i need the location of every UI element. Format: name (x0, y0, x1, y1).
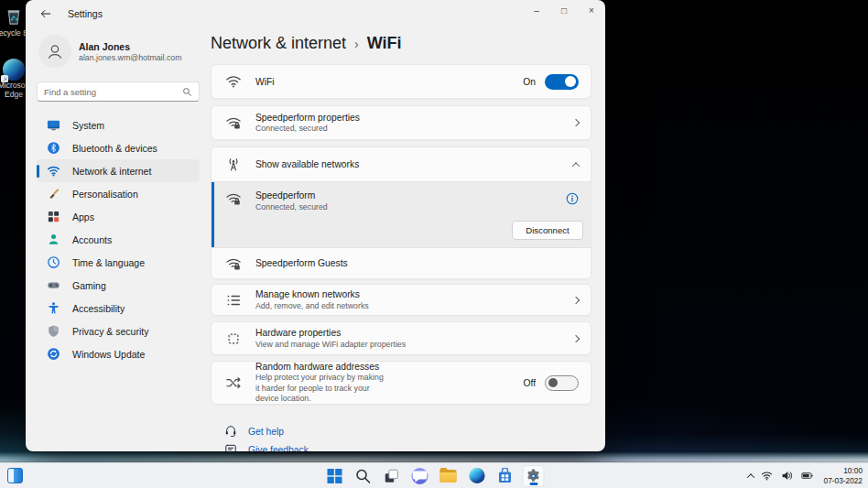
sidebar-item-privacy[interactable]: Privacy & security (37, 320, 200, 342)
sidebar-nav: System Bluetooth & devices Network & int… (37, 114, 200, 365)
system-icon (47, 118, 60, 132)
row-title: Random hardware addresses (255, 362, 389, 372)
shuffle-icon (225, 374, 242, 391)
close-button[interactable]: × (578, 0, 605, 27)
sidebar-item-label: Network & internet (72, 166, 151, 177)
search-box (37, 81, 200, 102)
toggle-state-label: Off (523, 378, 536, 388)
settings-button[interactable] (523, 465, 545, 487)
breadcrumb-parent[interactable]: Network & internet (211, 34, 346, 53)
accessibility-icon (47, 301, 60, 315)
sidebar-item-label: Privacy & security (72, 326, 148, 337)
search-input[interactable] (44, 87, 182, 97)
search-button[interactable] (353, 465, 374, 487)
network-status: Connected, secured (255, 202, 566, 211)
maximize-button[interactable]: □ (550, 0, 578, 27)
connected-network-row[interactable]: Speedperform Connected, secured Disconne… (212, 181, 591, 247)
sidebar-item-windows-update[interactable]: Windows Update (37, 342, 200, 365)
edge-icon: ↗ (3, 59, 25, 81)
sidebar-item-network[interactable]: Network & internet (37, 159, 200, 182)
wifi-lock-icon (225, 190, 242, 207)
store-button[interactable] (494, 465, 516, 487)
guest-network-row[interactable]: Speedperform Guests (212, 247, 591, 278)
task-view-button[interactable] (381, 465, 403, 487)
sidebar-item-system[interactable]: System (37, 114, 200, 136)
clock-icon (47, 255, 60, 269)
chip-icon (225, 331, 242, 347)
profile-card[interactable]: Alan Jones alan.jones.wm@hotmail.com (37, 33, 200, 70)
file-explorer-icon (440, 469, 457, 483)
available-networks-card: Show available networks Speedperform Con… (211, 146, 591, 279)
sidebar-item-accessibility[interactable]: Accessibility (37, 297, 200, 320)
taskbar: 10:00 07-03-2022 (0, 462, 868, 488)
chevron-right-icon (572, 334, 580, 342)
give-feedback-link[interactable]: Give feedback (211, 440, 591, 451)
wifi-toggle[interactable] (545, 74, 579, 90)
row-subtitle: Help protect your privacy by making it h… (255, 373, 389, 404)
tray-speaker-icon[interactable] (781, 470, 794, 483)
chevron-right-icon (572, 296, 580, 303)
minimize-button[interactable]: – (523, 0, 550, 27)
brush-icon (47, 187, 60, 201)
sidebar-item-gaming[interactable]: Gaming (37, 274, 200, 297)
breadcrumb: Network & internet › WiFi (211, 34, 402, 53)
shortcut-arrow-icon: ↗ (1, 75, 8, 82)
apps-icon (47, 210, 60, 223)
widgets-button[interactable] (7, 468, 23, 483)
chat-button[interactable] (409, 465, 431, 487)
row-title: Manage known networks (255, 289, 573, 299)
edge-icon (469, 468, 484, 483)
file-explorer-button[interactable] (438, 465, 460, 487)
tray-chevron-up-icon[interactable] (746, 473, 754, 481)
network-name: Speedperform Guests (255, 258, 579, 268)
list-icon (225, 292, 242, 309)
profile-email: alan.jones.wm@hotmail.com (79, 53, 182, 62)
tray-wifi-icon[interactable] (761, 470, 774, 483)
chevron-up-icon (572, 162, 580, 169)
manage-known-networks-card[interactable]: Manage known networks Add, remove, and e… (211, 284, 591, 316)
avatar (38, 35, 71, 68)
network-properties-card[interactable]: Speedperform properties Connected, secur… (211, 105, 591, 140)
row-subtitle: View and manage WiFi adapter properties (255, 340, 573, 349)
feedback-icon (224, 443, 237, 451)
sidebar-item-label: Bluetooth & devices (72, 143, 157, 154)
wifi-icon (225, 73, 242, 90)
get-help-link[interactable]: Get help (211, 422, 591, 440)
wifi-lock-icon (225, 114, 242, 131)
clock-time: 10:00 (824, 466, 863, 476)
sidebar-item-personalisation[interactable]: Personalisation (37, 182, 200, 205)
sidebar-item-accounts[interactable]: Accounts (37, 228, 200, 251)
chat-icon (412, 468, 429, 484)
update-icon (47, 347, 60, 361)
tray-battery-icon[interactable] (801, 470, 814, 483)
toggle-state-label: On (523, 77, 536, 87)
gamepad-icon (47, 278, 60, 292)
edge-button[interactable] (466, 465, 488, 487)
random-hardware-toggle[interactable] (545, 375, 579, 391)
system-tray: 10:00 07-03-2022 (748, 463, 863, 488)
antenna-icon (225, 157, 242, 173)
hardware-properties-card[interactable]: Hardware properties View and manage WiFi… (211, 321, 591, 355)
info-icon[interactable] (566, 192, 579, 205)
start-button[interactable] (324, 465, 346, 487)
sidebar-item-time-language[interactable]: Time & language (37, 251, 200, 274)
wifi-toggle-card: WiFi On (211, 64, 591, 99)
titlebar: Settings – □ × (26, 0, 605, 27)
main-content: Network & internet › WiFi WiFi On (211, 27, 605, 451)
headset-icon (224, 425, 237, 438)
start-icon (327, 468, 343, 484)
disconnect-button[interactable]: Disconnect (512, 221, 583, 240)
shield-icon (47, 324, 60, 338)
taskbar-clock[interactable]: 10:00 07-03-2022 (824, 466, 863, 486)
show-available-networks-row[interactable]: Show available networks (212, 147, 591, 181)
search-icon (355, 468, 372, 484)
sidebar-item-label: Windows Update (72, 349, 145, 360)
sidebar-item-label: Apps (72, 211, 94, 222)
row-title: Speedperform properties (255, 113, 573, 123)
sidebar-item-apps[interactable]: Apps (37, 205, 200, 228)
row-title: WiFi (255, 77, 523, 87)
gear-icon (526, 468, 542, 484)
back-button[interactable] (33, 4, 59, 24)
sidebar-item-label: System (72, 120, 104, 131)
sidebar-item-bluetooth[interactable]: Bluetooth & devices (37, 136, 200, 159)
